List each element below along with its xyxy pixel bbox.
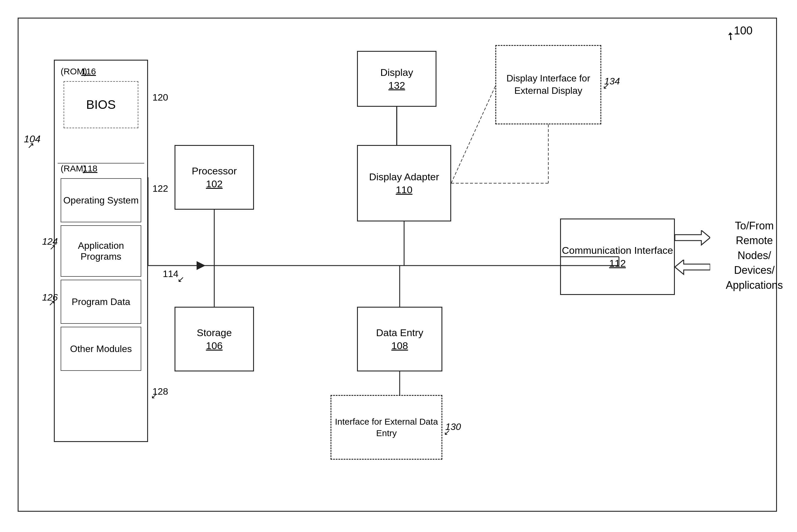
svg-marker-1 bbox=[675, 260, 710, 274]
progdata-box: Program Data bbox=[61, 280, 141, 324]
arrow-124-icon: ↗ bbox=[50, 243, 56, 252]
iface-ext-data-box: Interface for External Data Entry bbox=[330, 395, 442, 460]
rom-section: (ROM) 116 BIOS bbox=[58, 63, 144, 164]
diagram-container: 100 ➘ (ROM) 116 BIOS (RAM) 118 Operating… bbox=[18, 18, 777, 512]
svg-marker-0 bbox=[675, 230, 710, 245]
arrow-114-icon: ↙ bbox=[178, 274, 184, 284]
comm-arrow-lower bbox=[675, 260, 710, 283]
ram-label: (RAM) bbox=[61, 164, 86, 173]
app-box: Application Programs bbox=[61, 225, 141, 277]
comm-interface-box: Communication Interface 112 bbox=[560, 218, 675, 295]
svg-line-10 bbox=[451, 86, 495, 183]
arrow-126-icon: ↗ bbox=[49, 299, 55, 308]
arrow-104-icon: ↗ bbox=[28, 140, 34, 150]
label-122: 122 bbox=[152, 183, 168, 194]
storage-box: Storage 106 bbox=[175, 307, 254, 372]
arrow-134-icon: ↙ bbox=[603, 82, 609, 91]
data-entry-box: Data Entry 108 bbox=[357, 307, 442, 372]
memory-block: (ROM) 116 BIOS (RAM) 118 Operating Syste… bbox=[54, 60, 148, 442]
arrow-130-icon: ↙ bbox=[444, 428, 450, 437]
comm-arrow-upper bbox=[675, 230, 710, 254]
rom-number: 116 bbox=[81, 66, 96, 76]
processor-box: Processor 102 bbox=[175, 145, 254, 210]
bios-box: BIOS bbox=[64, 81, 138, 128]
arrow-128-icon: ↙ bbox=[151, 392, 158, 401]
ram-number: 118 bbox=[83, 164, 97, 173]
othermod-box: Other Modules bbox=[61, 327, 141, 371]
display-adapter-box: Display Adapter 110 bbox=[357, 145, 451, 222]
label-120: 120 bbox=[152, 92, 168, 103]
to-from-label: To/From Remote Nodes/ Devices/ Applicati… bbox=[719, 218, 790, 292]
display-interface-box: Display Interface for External Display bbox=[495, 45, 601, 125]
os-box: Operating System bbox=[61, 178, 141, 222]
svg-marker-18 bbox=[197, 261, 205, 270]
label-114: 114 bbox=[163, 268, 178, 279]
display-box: Display 132 bbox=[357, 51, 436, 107]
